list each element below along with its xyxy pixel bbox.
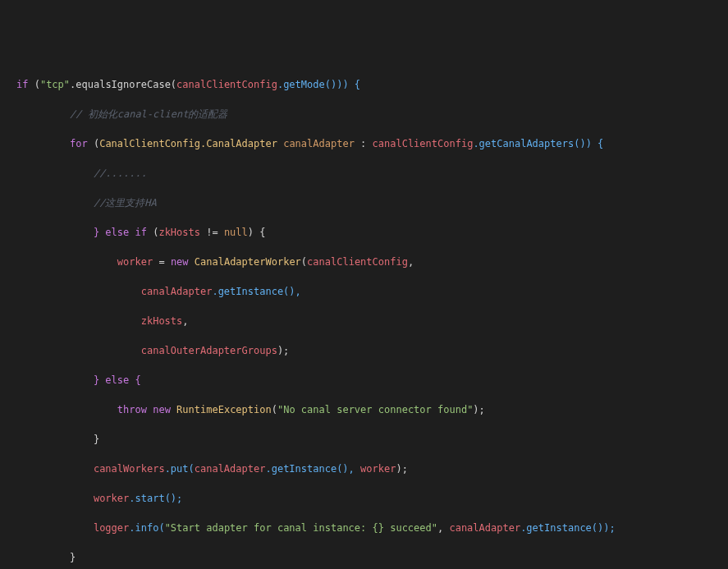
code-line: canalAdapter.getInstance(), [16, 284, 728, 299]
code-line: } else { [16, 373, 728, 388]
code-line: canalWorkers.put(canalAdapter.getInstanc… [16, 461, 728, 476]
code-line: canalOuterAdapterGroups); [16, 343, 728, 358]
code-line: logger.info("Start adapter for canal ins… [16, 521, 728, 535]
code-line: throw new RuntimeException("No canal ser… [16, 402, 728, 417]
code-line: //这里支持HA [16, 195, 728, 210]
code-line: if ("tcp".equalsIgnoreCase(canalClientCo… [16, 77, 728, 92]
code-line: for (CanalClientConfig.CanalAdapter cana… [16, 136, 728, 151]
code-line: //....... [16, 166, 728, 181]
code-line: worker.start(); [16, 491, 728, 506]
code-line: } [16, 550, 728, 565]
code-line: // 初始化canal-client的适配器 [16, 107, 728, 122]
code-editor[interactable]: if ("tcp".equalsIgnoreCase(canalClientCo… [16, 62, 728, 569]
code-line: } else if (zkHosts != null) { [16, 225, 728, 240]
code-line: } [16, 432, 728, 447]
code-line: worker = new CanalAdapterWorker(canalCli… [16, 255, 728, 269]
code-line: zkHosts, [16, 314, 728, 328]
